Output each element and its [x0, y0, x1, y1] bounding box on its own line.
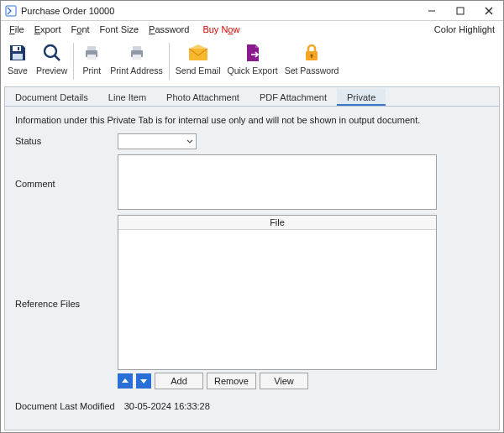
menu-password[interactable]: Password — [144, 23, 194, 35]
color-highlight-link[interactable]: Color Highlight — [434, 24, 500, 34]
file-column-header: File — [118, 216, 436, 230]
save-button[interactable]: Save — [3, 41, 33, 83]
print-address-button[interactable]: Print Address — [107, 41, 165, 83]
svg-rect-5 — [13, 46, 21, 51]
tab-page-private: Information under this Private Tab is fo… — [4, 107, 500, 430]
tab-photo-attachment[interactable]: Photo Attachment — [156, 89, 249, 106]
close-button[interactable] — [475, 1, 503, 21]
move-up-button[interactable] — [118, 373, 133, 389]
last-modified-label: Document Last Modified — [15, 401, 115, 411]
reference-files-body[interactable] — [118, 230, 436, 369]
app-icon — [4, 4, 18, 18]
menu-font[interactable]: Font — [66, 23, 95, 35]
add-file-button[interactable]: Add — [155, 373, 203, 389]
save-icon — [6, 41, 29, 65]
menu-file[interactable]: File — [4, 23, 29, 35]
document-export-icon — [241, 41, 265, 65]
preview-label: Preview — [36, 65, 67, 76]
arrow-down-icon — [139, 377, 148, 385]
maximize-button[interactable] — [446, 1, 475, 21]
printer-icon — [80, 41, 103, 65]
svg-line-9 — [55, 55, 60, 60]
preview-button[interactable]: Preview — [33, 41, 71, 83]
svg-rect-15 — [133, 55, 141, 60]
status-label: Status — [15, 133, 118, 146]
move-down-button[interactable] — [136, 373, 151, 389]
chevron-down-icon — [186, 138, 193, 145]
lock-icon — [300, 41, 323, 65]
reference-files-list[interactable]: File — [118, 215, 437, 370]
private-info-text: Information under this Private Tab is fo… — [15, 115, 489, 125]
tab-private[interactable]: Private — [337, 89, 386, 106]
set-password-label: Set Password — [285, 65, 339, 76]
window-title: Purchase Order 10000 — [21, 6, 114, 16]
save-label: Save — [8, 65, 28, 76]
view-file-button[interactable]: View — [260, 373, 308, 389]
send-email-button[interactable]: Send Email — [172, 41, 224, 83]
magnifier-icon — [40, 41, 64, 65]
comment-label: Comment — [15, 176, 118, 189]
status-dropdown[interactable] — [118, 133, 197, 149]
minimize-button[interactable] — [417, 1, 446, 21]
comment-textarea[interactable] — [118, 154, 437, 210]
menu-file-rest: ile — [15, 24, 24, 34]
tab-strip: Document Details Line Item Photo Attachm… — [4, 86, 500, 107]
svg-rect-14 — [133, 46, 141, 50]
print-button[interactable]: Print — [76, 41, 107, 83]
svg-rect-7 — [18, 47, 19, 50]
svg-rect-19 — [311, 55, 312, 58]
tab-document-details[interactable]: Document Details — [5, 89, 98, 106]
envelope-icon — [186, 41, 210, 65]
printer-icon — [125, 41, 149, 65]
svg-rect-12 — [87, 55, 96, 60]
menu-buy-now[interactable]: Buy Now — [197, 23, 244, 35]
print-address-label: Print Address — [110, 65, 162, 76]
svg-point-8 — [45, 45, 56, 57]
toolbar-separator — [73, 43, 74, 80]
print-label: Print — [83, 65, 102, 76]
menu-export[interactable]: Export — [29, 23, 66, 35]
svg-rect-6 — [13, 54, 23, 60]
svg-rect-2 — [457, 8, 464, 14]
toolbar-separator — [169, 43, 170, 80]
toolbar: Save Preview Print Print Address Send Em… — [1, 38, 503, 85]
svg-rect-11 — [87, 46, 96, 50]
title-bar: Purchase Order 10000 — [1, 1, 503, 21]
last-modified-value: 30-05-2024 16:33:28 — [124, 401, 210, 411]
arrow-up-icon — [121, 377, 129, 385]
send-email-label: Send Email — [176, 65, 221, 76]
tab-pdf-attachment[interactable]: PDF Attachment — [249, 89, 337, 106]
set-password-button[interactable]: Set Password — [281, 41, 343, 83]
tab-line-item[interactable]: Line Item — [98, 89, 156, 106]
menu-font-size[interactable]: Font Size — [95, 23, 144, 35]
quick-export-button[interactable]: Quick Export — [224, 41, 281, 83]
remove-file-button[interactable]: Remove — [207, 373, 256, 389]
menu-bar: File Export Font Font Size Password Buy … — [1, 21, 503, 38]
quick-export-label: Quick Export — [228, 65, 278, 76]
reference-files-label: Reference Files — [15, 296, 118, 309]
